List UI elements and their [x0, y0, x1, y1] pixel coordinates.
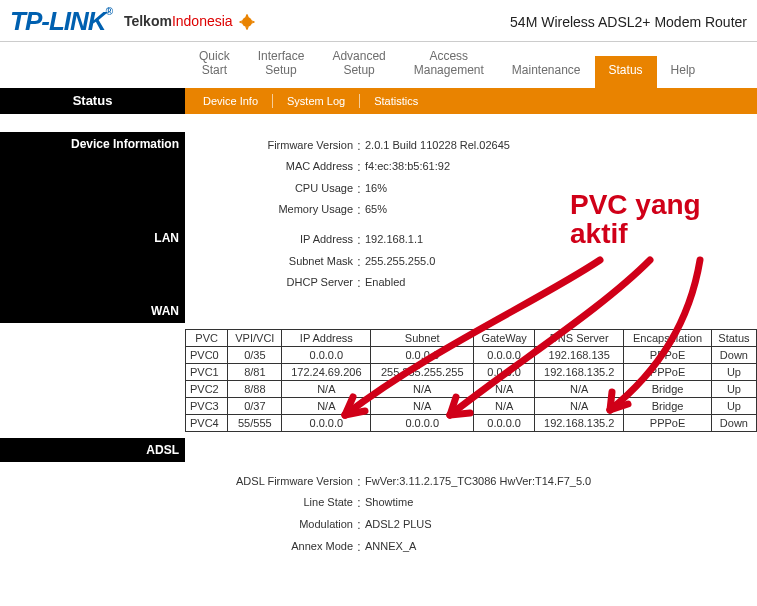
table-row: PVC00/350.0.0.00.0.0.00.0.0.0192.168.135…	[186, 346, 757, 363]
wan-table-header-row: PVC VPI/VCI IP Address Subnet GateWay DN…	[186, 329, 757, 346]
subnav-device-info[interactable]: Device Info	[189, 95, 272, 107]
page-header: TP-LINK® TelkomIndonesia 54M Wireless AD…	[0, 0, 757, 41]
value-adsl-fw: FwVer:3.11.2.175_TC3086 HwVer:T14.F7_5.0	[365, 472, 747, 494]
table-cell: 192.168.135	[535, 346, 624, 363]
nav-tabs: QuickStart InterfaceSetup AdvancedSetup …	[185, 42, 757, 88]
col-pvc: PVC	[186, 329, 228, 346]
table-cell: 192.168.135.2	[535, 363, 624, 380]
col-status: Status	[711, 329, 756, 346]
main-nav: QuickStart InterfaceSetup AdvancedSetup …	[0, 42, 757, 88]
tab-help[interactable]: Help	[657, 56, 710, 88]
value-line-state: Showtime	[365, 493, 747, 515]
tab-status[interactable]: Status	[595, 56, 657, 88]
value-lan-subnet: 255.255.255.0	[365, 252, 747, 274]
label-annex-mode: Annex Mode	[195, 537, 353, 559]
section-label-lan: LAN	[0, 226, 185, 299]
col-vpivci: VPI/VCI	[228, 329, 282, 346]
table-cell: PVC4	[186, 414, 228, 431]
tab-advanced-setup[interactable]: AdvancedSetup	[318, 42, 399, 88]
table-cell: Down	[711, 414, 756, 431]
section-wan: WAN	[0, 299, 757, 323]
telkom-suffix: Indonesia	[172, 12, 233, 28]
section-label-adsl: ADSL	[0, 438, 185, 462]
table-cell: 172.24.69.206	[282, 363, 371, 380]
col-encap: Encapsulation	[624, 329, 712, 346]
tab-quick-start[interactable]: QuickStart	[185, 42, 244, 88]
table-cell: 0/37	[228, 397, 282, 414]
registered-mark: ®	[106, 6, 112, 17]
table-cell: N/A	[474, 380, 535, 397]
table-cell: N/A	[371, 380, 474, 397]
table-cell: PVC1	[186, 363, 228, 380]
table-row: PVC455/5550.0.0.00.0.0.00.0.0.0192.168.1…	[186, 414, 757, 431]
tab-access-management[interactable]: AccessManagement	[400, 42, 498, 88]
label-lan-dhcp: DHCP Server	[195, 273, 353, 295]
tab-maintenance[interactable]: Maintenance	[498, 56, 595, 88]
annotation-text: PVC yang aktif	[570, 190, 701, 249]
annotation-line1: PVC yang	[570, 189, 701, 220]
table-cell: 8/88	[228, 380, 282, 397]
table-cell: 0.0.0.0	[474, 346, 535, 363]
table-cell: N/A	[282, 380, 371, 397]
label-mac-address: MAC Address	[195, 157, 353, 179]
section-label-wan: WAN	[0, 299, 185, 323]
table-cell: Down	[711, 346, 756, 363]
value-lan-dhcp: Enabled	[365, 273, 747, 295]
table-cell: PVC2	[186, 380, 228, 397]
label-modulation: Modulation	[195, 515, 353, 537]
annotation-line2: aktif	[570, 218, 628, 249]
table-cell: 55/555	[228, 414, 282, 431]
table-cell: Bridge	[624, 380, 712, 397]
table-cell: N/A	[535, 380, 624, 397]
table-cell: Up	[711, 397, 756, 414]
table-cell: 255.255.255.255	[371, 363, 474, 380]
table-cell: PPPoE	[624, 363, 712, 380]
telkom-logo: TelkomIndonesia	[124, 12, 257, 32]
table-cell: Bridge	[624, 397, 712, 414]
page-title: Status	[0, 88, 185, 114]
value-firmware-version: 2.0.1 Build 110228 Rel.02645	[365, 136, 747, 158]
nav-left-spacer	[0, 42, 185, 88]
table-cell: 0.0.0.0	[371, 414, 474, 431]
label-adsl-fw: ADSL Firmware Version	[195, 472, 353, 494]
subnav-system-log[interactable]: System Log	[273, 95, 359, 107]
table-cell: 8/81	[228, 363, 282, 380]
section-label-device-info: Device Information	[0, 132, 185, 226]
table-cell: PPPoE	[624, 346, 712, 363]
title-row: Status Device Info System Log Statistics	[0, 88, 757, 114]
table-cell: 0.0.0.0	[371, 346, 474, 363]
col-gateway: GateWay	[474, 329, 535, 346]
telkom-swirl-icon	[237, 12, 257, 32]
label-memory-usage: Memory Usage	[195, 200, 353, 222]
subnav-statistics[interactable]: Statistics	[360, 95, 432, 107]
svg-point-0	[242, 17, 252, 27]
table-cell: N/A	[282, 397, 371, 414]
label-line-state: Line State	[195, 493, 353, 515]
table-cell: Up	[711, 363, 756, 380]
value-mac-address: f4:ec:38:b5:61:92	[365, 157, 747, 179]
section-adsl: ADSL	[0, 438, 757, 462]
table-row: PVC18/81172.24.69.206255.255.255.2550.0.…	[186, 363, 757, 380]
value-annex-mode: ANNEX_A	[365, 537, 747, 559]
table-cell: 0.0.0.0	[282, 346, 371, 363]
label-lan-subnet: Subnet Mask	[195, 252, 353, 274]
table-cell: N/A	[371, 397, 474, 414]
tplink-logo: TP-LINK®	[10, 6, 112, 37]
tab-interface-setup[interactable]: InterfaceSetup	[244, 42, 319, 88]
sub-nav: Device Info System Log Statistics	[185, 88, 757, 114]
label-lan-ip: IP Address	[195, 230, 353, 252]
table-row: PVC30/37N/AN/AN/AN/ABridgeUp	[186, 397, 757, 414]
table-cell: Up	[711, 380, 756, 397]
table-cell: 0/35	[228, 346, 282, 363]
table-cell: 0.0.0.0	[474, 414, 535, 431]
logo-group: TP-LINK® TelkomIndonesia	[10, 6, 257, 37]
label-cpu-usage: CPU Usage	[195, 179, 353, 201]
table-cell: 0.0.0.0	[282, 414, 371, 431]
value-modulation: ADSL2 PLUS	[365, 515, 747, 537]
col-subnet: Subnet	[371, 329, 474, 346]
table-cell: PVC0	[186, 346, 228, 363]
table-cell: 192.168.135.2	[535, 414, 624, 431]
table-cell: 0.0.0.0	[474, 363, 535, 380]
product-title: 54M Wireless ADSL2+ Modem Router	[510, 14, 747, 30]
adsl-kv: ADSL Firmware Version:FwVer:3.11.2.175_T…	[195, 468, 747, 562]
